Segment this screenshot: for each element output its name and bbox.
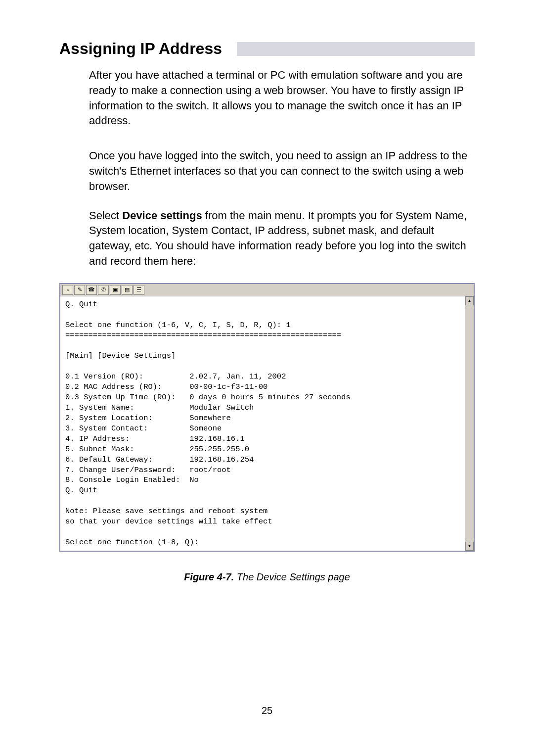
t-line: 0.3 System Up Time (RO): 0 days 0 hours … — [65, 393, 351, 402]
scroll-down-icon[interactable]: ▼ — [465, 542, 474, 551]
t-line: Select one function (1-8, Q): — [65, 538, 199, 547]
terminal-content: Q. Quit Select one function (1-6, V, C, … — [60, 296, 465, 551]
t-line: [Main] [Device Settings] — [65, 351, 176, 360]
figure-label: Figure 4-7. — [184, 571, 234, 582]
paragraph-1: After you have attached a terminal or PC… — [89, 68, 475, 129]
heading-decor-bar — [237, 42, 475, 56]
t-line: 7. Change User/Password: root/root — [65, 466, 231, 474]
t-line: 6. Default Gateway: 192.168.16.254 — [65, 455, 254, 464]
t-line: Q. Quit — [65, 486, 97, 495]
t-line: 1. System Name: Modular Switch — [65, 403, 254, 412]
send-icon[interactable]: ▣ — [110, 285, 121, 295]
figure-caption: Figure 4-7. The Device Settings page — [59, 571, 475, 583]
connect-icon[interactable]: ☎ — [86, 285, 97, 295]
t-line: 8. Console Login Enabled: No — [65, 475, 199, 484]
new-icon[interactable]: ▫ — [62, 285, 73, 295]
terminal-toolbar: ▫ ✎ ☎ ✆ ▣ ▤ ☰ — [60, 284, 474, 296]
figure-text: The Device Settings page — [234, 571, 350, 582]
p3-pre: Select — [89, 209, 122, 222]
t-line: 3. System Contact: Someone — [65, 424, 222, 433]
p3-bold: Device settings — [122, 209, 202, 222]
props-icon[interactable]: ☰ — [134, 285, 144, 295]
receive-icon[interactable]: ▤ — [122, 285, 133, 295]
t-line: 4. IP Address: 192.168.16.1 — [65, 434, 245, 443]
disconnect-icon[interactable]: ✆ — [98, 285, 109, 295]
t-line: 0.1 Version (RO): 2.02.7, Jan. 11, 2002 — [65, 372, 286, 381]
section-heading: Assigning IP Address — [59, 40, 222, 58]
t-line: Select one function (1-6, V, C, I, S, D,… — [65, 321, 291, 330]
t-line: 5. Subnet Mask: 255.255.255.0 — [65, 445, 249, 454]
paragraph-3: Select Device settings from the main men… — [89, 208, 475, 269]
t-line: 0.2 MAC Address (RO): 00-00-1c-f3-11-00 — [65, 382, 267, 391]
t-line: so that your device settings will take e… — [65, 517, 272, 526]
t-line: Q. Quit — [65, 300, 97, 309]
t-line: ========================================… — [65, 331, 341, 340]
terminal-window: ▫ ✎ ☎ ✆ ▣ ▤ ☰ Q. Quit Select one functio… — [59, 283, 475, 552]
scrollbar[interactable]: ▲ ▼ — [465, 296, 474, 551]
page-number: 25 — [59, 705, 475, 716]
paragraph-2: Once you have logged into the switch, yo… — [89, 148, 475, 194]
t-line: 2. System Location: Somewhere — [65, 414, 231, 423]
scroll-up-icon[interactable]: ▲ — [465, 296, 474, 305]
open-icon[interactable]: ✎ — [74, 285, 85, 295]
t-line: Note: Please save settings and reboot sy… — [65, 507, 267, 516]
